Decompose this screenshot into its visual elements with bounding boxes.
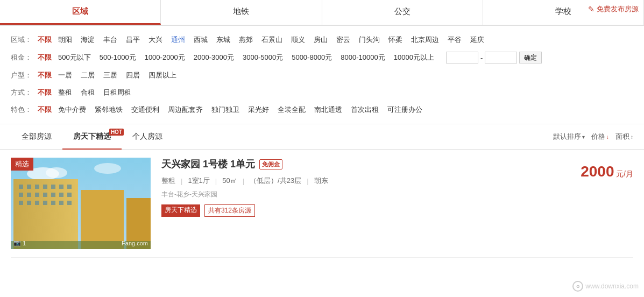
- listing-image[interactable]: 精选 Fang.com 📷 1: [11, 158, 151, 249]
- edit-icon: ✎: [588, 5, 595, 13]
- area-item-dongcheng[interactable]: 东城: [214, 34, 232, 45]
- filter-row-feature: 特色： 不限 免中介费 紧邻地铁 交通便利 周边配套齐 独门独卫 采光好 全装全…: [11, 101, 633, 118]
- feature-item-private[interactable]: 独门独卫: [209, 104, 242, 115]
- svg-rect-6: [27, 185, 31, 189]
- publish-button[interactable]: ✎ 免费发布房源: [588, 4, 639, 14]
- subtab-personal[interactable]: 个人房源: [122, 129, 173, 145]
- rent-label: 租金：: [11, 53, 33, 62]
- subtab-all[interactable]: 全部房源: [11, 129, 62, 145]
- meta-sep3: |: [243, 177, 244, 185]
- rent-confirm-button[interactable]: 确定: [519, 52, 542, 63]
- publish-btn-label: 免费发布房源: [597, 4, 639, 14]
- sort-default[interactable]: 默认排序 ▾: [553, 132, 585, 142]
- type-item-2room[interactable]: 二居: [79, 70, 97, 81]
- photo-count: 📷 1: [13, 239, 26, 246]
- listing-title[interactable]: 天兴家园 1号楼 1单元 免佣金: [161, 158, 547, 171]
- method-item-shared[interactable]: 合租: [79, 87, 97, 98]
- area-item-chaoyang[interactable]: 朝阳: [56, 34, 74, 45]
- sort-area[interactable]: 面积 ↕: [615, 132, 633, 142]
- method-item-daily[interactable]: 日租周租: [101, 87, 133, 98]
- feature-label: 特色：: [11, 105, 33, 115]
- area-item-mentougou[interactable]: 门头沟: [357, 34, 382, 45]
- feature-selected[interactable]: 不限: [38, 105, 52, 115]
- svg-rect-16: [51, 193, 55, 197]
- rent-item-1000-2000[interactable]: 1000-2000元: [143, 52, 187, 63]
- camera-icon: 📷: [13, 239, 21, 246]
- rent-item-500[interactable]: 500元以下: [56, 52, 93, 63]
- rent-item-5000-8000[interactable]: 5000-8000元: [289, 52, 334, 63]
- feature-item-light[interactable]: 采光好: [246, 104, 271, 115]
- listing-address: 丰台-花乡-天兴家园: [161, 190, 547, 199]
- tab-bus[interactable]: 公交: [322, 0, 483, 25]
- method-item-whole[interactable]: 整租: [56, 87, 74, 98]
- rent-item-3000-5000[interactable]: 3000-5000元: [240, 52, 285, 63]
- svg-rect-26: [81, 190, 124, 249]
- filter-row-rent: 租金： 不限 500元以下 500-1000元 1000-2000元 2000-…: [11, 48, 633, 67]
- type-item-3room[interactable]: 三居: [101, 70, 119, 81]
- type-item-4room[interactable]: 四居: [124, 70, 142, 81]
- feature-item-firstrent[interactable]: 首次出租: [349, 104, 381, 115]
- rent-item-8000-10000[interactable]: 8000-10000元: [338, 52, 387, 63]
- subtab-featured[interactable]: 房天下精选 HOT: [62, 129, 122, 145]
- svg-point-2: [46, 167, 67, 178]
- area-item-shunyi[interactable]: 顺义: [289, 34, 307, 45]
- feature-item-metro[interactable]: 紧邻地铁: [93, 104, 125, 115]
- feature-item-facilities[interactable]: 周边配套齐: [166, 104, 205, 115]
- area-item-bjperiphery[interactable]: 北京周边: [409, 34, 441, 45]
- area-item-haidian[interactable]: 海淀: [79, 34, 97, 45]
- feature-item-transport[interactable]: 交通便利: [129, 104, 161, 115]
- feature-item-furnished[interactable]: 全装全配: [275, 104, 308, 115]
- type-item-1room[interactable]: 一居: [56, 70, 74, 81]
- area-item-yanqing[interactable]: 延庆: [468, 34, 486, 45]
- rent-min-input[interactable]: [446, 52, 478, 63]
- type-selected[interactable]: 不限: [38, 70, 52, 80]
- listing-meta: 整租 | 1室1厅 | 50㎡ | （低层）/共23层 | 朝东: [161, 176, 547, 186]
- tab-area[interactable]: 区域: [0, 0, 161, 25]
- rent-item-2000-3000[interactable]: 2000-3000元: [192, 52, 236, 63]
- svg-rect-25: [67, 201, 72, 205]
- svg-rect-11: [67, 185, 72, 189]
- rent-item-10000[interactable]: 10000元以上: [392, 52, 436, 63]
- method-label: 方式：: [11, 88, 33, 97]
- svg-rect-12: [19, 193, 23, 197]
- svg-rect-4: [13, 179, 78, 249]
- area-item-tongzhou[interactable]: 通州: [169, 34, 187, 45]
- svg-rect-18: [67, 193, 72, 197]
- feature-item-ns[interactable]: 南北通透: [312, 104, 344, 115]
- type-item-4plus[interactable]: 四居以上: [146, 70, 179, 81]
- feature-item-office[interactable]: 可注册办公: [385, 104, 424, 115]
- filter-row-method: 方式： 不限 整租 合租 日租周租: [11, 84, 633, 101]
- area-item-changping[interactable]: 昌平: [124, 34, 142, 45]
- svg-point-3: [94, 163, 121, 174]
- feature-item-noagent[interactable]: 免中介费: [56, 104, 88, 115]
- sort-price[interactable]: 价格 ↓: [591, 132, 609, 142]
- meta-sep2: |: [215, 177, 217, 185]
- area-item-yanjiao[interactable]: 燕郊: [237, 34, 255, 45]
- area-item-fangshan[interactable]: 房山: [312, 34, 330, 45]
- rent-item-500-1000[interactable]: 500-1000元: [97, 52, 138, 63]
- area-item-miyun[interactable]: 密云: [334, 34, 352, 45]
- svg-rect-23: [51, 201, 55, 205]
- free-badge: 免佣金: [259, 159, 282, 169]
- filter-row-type: 户型： 不限 一居 二居 三居 四居 四居以上: [11, 67, 633, 84]
- area-item-shijingshan[interactable]: 石景山: [259, 34, 285, 45]
- sort-area-label: 面积: [615, 132, 629, 142]
- svg-rect-21: [35, 201, 39, 205]
- subtab-featured-label: 房天下精选: [73, 132, 111, 140]
- area-item-xicheng[interactable]: 西城: [192, 34, 210, 45]
- meta-sep1: |: [181, 177, 182, 185]
- area-item-huairou[interactable]: 怀柔: [386, 34, 405, 45]
- svg-rect-5: [19, 185, 23, 189]
- area-item-pinggu[interactable]: 平谷: [445, 34, 464, 45]
- svg-rect-14: [35, 193, 39, 197]
- listing-card: 精选 Fang.com 📷 1 天兴家园 1号楼 1单元 免佣金 整租 | 1室…: [11, 158, 633, 258]
- meta-sep4: |: [307, 177, 308, 185]
- sort-default-arrow: ▾: [582, 134, 585, 140]
- rent-selected[interactable]: 不限: [38, 53, 52, 62]
- area-item-fengtai[interactable]: 丰台: [101, 34, 119, 45]
- rent-max-input[interactable]: [485, 52, 517, 63]
- area-selected[interactable]: 不限: [38, 35, 52, 45]
- method-selected[interactable]: 不限: [38, 88, 52, 97]
- area-item-daxing[interactable]: 大兴: [146, 34, 165, 45]
- tab-metro[interactable]: 地铁: [161, 0, 322, 25]
